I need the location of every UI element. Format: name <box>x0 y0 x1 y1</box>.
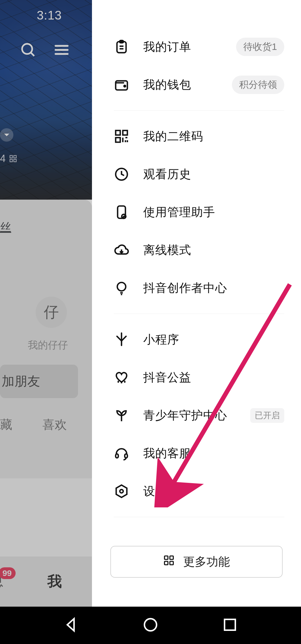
menu-my-wallet[interactable]: 我的钱包 积分待领 <box>92 66 301 104</box>
menu-creator-center[interactable]: 抖音创作者中心 <box>92 269 301 307</box>
svg-point-0 <box>22 44 32 54</box>
menu-mini-programs[interactable]: 小程序 <box>92 321 301 359</box>
svg-rect-36 <box>125 454 127 458</box>
menu-my-orders-label: 我的订单 <box>143 39 236 55</box>
divider <box>114 517 284 517</box>
lightbulb-icon <box>114 280 129 296</box>
settings-icon <box>114 483 129 499</box>
profile-tabs: 藏 喜欢 <box>0 417 67 433</box>
svg-rect-16 <box>123 130 127 135</box>
nav-messages[interactable]: 息 99 <box>0 573 3 590</box>
more-features-button[interactable]: 更多功能 <box>110 546 283 578</box>
menu-settings-label: 设置 <box>143 483 284 499</box>
svg-rect-17 <box>116 138 120 142</box>
phone-check-icon <box>114 204 129 220</box>
menu-icon[interactable] <box>54 42 70 59</box>
fans-count-link[interactable]: 丝 <box>0 220 11 235</box>
menu-mini-programs-label: 小程序 <box>143 332 284 347</box>
menu-my-wallet-label: 我的钱包 <box>143 77 232 93</box>
svg-rect-15 <box>116 130 120 135</box>
svg-line-29 <box>117 336 122 341</box>
nav-messages-badge: 99 <box>0 567 16 579</box>
tab-favorites[interactable]: 藏 <box>0 417 12 433</box>
divider <box>114 110 284 111</box>
side-drawer: 我的订单 待收货1 我的钱包 积分待领 我的二维码 观看历史 <box>92 0 301 607</box>
grid-icon <box>163 555 175 569</box>
menu-youth-protection[interactable]: 青少年守护中心 已开启 <box>92 396 301 434</box>
svg-rect-44 <box>224 619 235 630</box>
system-recents-button[interactable] <box>222 617 238 634</box>
svg-point-43 <box>144 619 157 631</box>
menu-watch-history[interactable]: 观看历史 <box>92 155 301 193</box>
more-features-label: 更多功能 <box>183 554 230 570</box>
wallet-badge: 积分待领 <box>232 76 284 94</box>
svg-line-1 <box>31 53 34 56</box>
pet-avatar[interactable]: 仔 <box>36 297 67 328</box>
heart-hands-icon <box>114 370 129 385</box>
clock-icon <box>114 166 129 182</box>
svg-rect-7 <box>10 159 13 162</box>
menu-creator-center-label: 抖音创作者中心 <box>143 280 284 296</box>
system-back-button[interactable] <box>63 617 79 634</box>
bottom-nav: 息 99 我 <box>0 556 92 607</box>
cloud-download-icon <box>114 242 129 258</box>
youth-enabled-tag: 已开启 <box>250 408 284 423</box>
svg-rect-39 <box>164 556 168 559</box>
svg-rect-35 <box>116 454 118 458</box>
qrcode-icon <box>114 129 129 144</box>
wallet-icon <box>114 77 129 93</box>
profile-hero-image <box>0 0 92 200</box>
orders-badge: 待收货1 <box>236 38 284 56</box>
profile-meta-number: 4 <box>0 153 6 164</box>
menu-my-orders[interactable]: 我的订单 待收货1 <box>92 28 301 66</box>
menu-usage-assistant-label: 使用管理助手 <box>143 204 284 220</box>
system-home-button[interactable] <box>142 617 159 634</box>
pet-avatar-label: 我的仔仔 <box>28 338 68 352</box>
nav-me[interactable]: 我 <box>47 572 62 591</box>
svg-line-30 <box>122 336 126 341</box>
svg-point-14 <box>124 85 126 87</box>
profile-switch-dropdown[interactable] <box>0 128 13 142</box>
svg-rect-41 <box>164 561 168 565</box>
menu-watch-history-label: 观看历史 <box>143 166 284 182</box>
svg-rect-8 <box>14 159 16 162</box>
search-icon[interactable] <box>20 42 36 59</box>
menu-offline-mode-label: 离线模式 <box>143 242 284 258</box>
add-friend-button[interactable]: 加朋友 <box>0 365 78 398</box>
svg-rect-6 <box>14 156 16 158</box>
menu-my-qrcode-label: 我的二维码 <box>143 129 284 144</box>
divider <box>114 314 284 314</box>
svg-rect-5 <box>10 156 13 158</box>
profile-meta: 4 <box>0 153 17 164</box>
menu-offline-mode[interactable]: 离线模式 <box>92 231 301 269</box>
headset-icon <box>114 446 129 461</box>
menu-charity[interactable]: 抖音公益 <box>92 359 301 396</box>
svg-marker-37 <box>116 485 127 497</box>
svg-point-38 <box>120 490 123 493</box>
menu-my-qrcode[interactable]: 我的二维码 <box>92 117 301 155</box>
svg-rect-42 <box>170 561 173 565</box>
clipboard-icon <box>114 39 129 55</box>
menu-usage-assistant[interactable]: 使用管理助手 <box>92 193 301 231</box>
profile-underlay: 3:13 4 丝 仔 我的仔仔 加朋友 藏 喜欢 <box>0 0 92 607</box>
menu-charity-label: 抖音公益 <box>143 370 284 385</box>
sprout-icon <box>114 408 129 423</box>
menu-customer-service-label: 我的客服 <box>143 446 284 461</box>
spark-icon <box>114 332 129 347</box>
menu-youth-protection-label: 青少年守护中心 <box>143 408 245 423</box>
system-navigation-bar <box>0 607 301 644</box>
tab-likes[interactable]: 喜欢 <box>42 417 67 433</box>
svg-rect-40 <box>170 556 173 559</box>
status-bar-time: 3:13 <box>37 8 62 22</box>
menu-customer-service[interactable]: 我的客服 <box>92 434 301 472</box>
menu-settings[interactable]: 设置 <box>92 472 301 510</box>
svg-point-25 <box>117 282 126 291</box>
